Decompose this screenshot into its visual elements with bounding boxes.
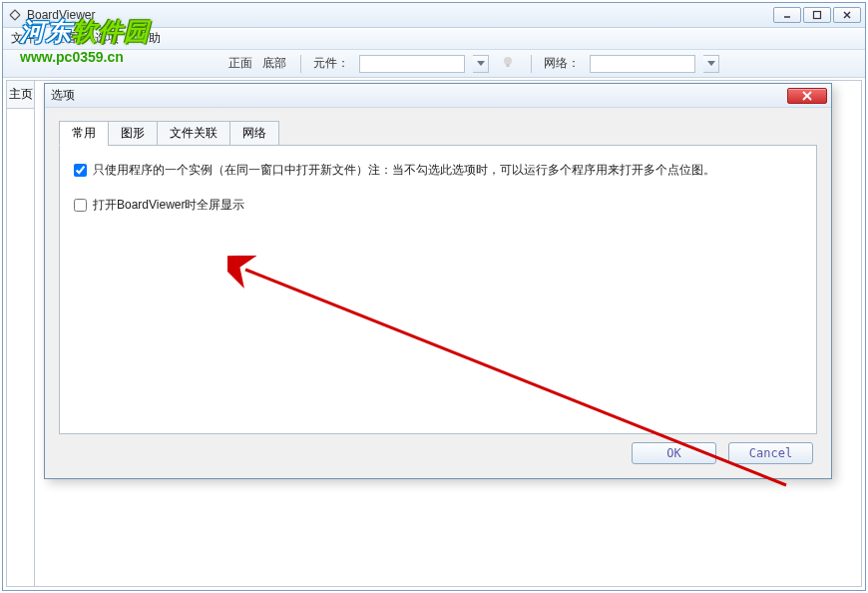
toolbar-front[interactable]: 正面 [228,55,252,72]
dialog-title: 选项 [49,87,787,104]
svg-marker-7 [707,61,715,66]
option-single-instance: 只使用程序的一个实例（在同一窗口中打开新文件）注：当不勾选此选项时，可以运行多个… [74,162,802,179]
label-fullscreen: 打开BoardViewer时全屏显示 [93,197,244,214]
tab-network[interactable]: 网络 [229,121,279,146]
svg-marker-4 [477,61,485,66]
minimize-button[interactable] [773,7,801,23]
dialog-titlebar[interactable]: 选项 [45,84,831,108]
net-label: 网络： [544,55,580,72]
main-window-title: BoardViewer [27,8,773,22]
menu-file[interactable]: 文件 [11,30,35,47]
dialog-footer: OK Cancel [59,434,817,468]
svg-rect-1 [814,12,821,19]
toolbar-separator [300,55,301,73]
window-controls [773,7,861,23]
component-dropdown-icon[interactable] [473,55,489,73]
menu-help[interactable]: 帮助 [137,30,161,47]
menubar: 文件 查看 选项 帮助 [3,28,865,50]
checkbox-single-instance[interactable] [74,164,87,177]
tab-strip: 常用 图形 文件关联 网络 [59,121,817,146]
app-icon [7,7,23,23]
dialog-body: 常用 图形 文件关联 网络 只使用程序的一个实例（在同一窗口中打开新文件）注：当… [45,108,831,478]
label-single-instance: 只使用程序的一个实例（在同一窗口中打开新文件）注：当不勾选此选项时，可以运行多个… [93,162,715,179]
tab-panel-general: 只使用程序的一个实例（在同一窗口中打开新文件）注：当不勾选此选项时，可以运行多个… [59,145,817,434]
component-label: 元件： [313,55,349,72]
option-fullscreen: 打开BoardViewer时全屏显示 [74,197,802,214]
toolbar-bottom[interactable]: 底部 [262,55,286,72]
checkbox-fullscreen[interactable] [74,199,87,212]
toolbar: 正面 底部 元件： 网络： [3,50,865,78]
tab-home[interactable]: 主页 [7,81,34,109]
cancel-button[interactable]: Cancel [728,442,813,464]
svg-rect-6 [507,64,510,67]
menu-options[interactable]: 选项 [95,30,119,47]
main-titlebar: BoardViewer [3,3,865,28]
side-tab-strip: 主页 [6,80,34,587]
tab-general[interactable]: 常用 [59,121,109,146]
tab-file-assoc[interactable]: 文件关联 [157,121,230,146]
svg-point-5 [504,57,512,65]
net-input[interactable] [590,55,695,73]
menu-view[interactable]: 查看 [53,30,77,47]
tab-graphics[interactable]: 图形 [108,121,158,146]
dialog-close-button[interactable] [787,88,827,104]
ok-button[interactable]: OK [632,442,716,464]
net-dropdown-icon[interactable] [703,55,719,73]
component-input[interactable] [359,55,465,73]
toolbar-separator-2 [531,55,532,73]
maximize-button[interactable] [803,7,831,23]
close-button[interactable] [833,7,861,23]
bulb-icon[interactable] [501,55,515,72]
options-dialog: 选项 常用 图形 文件关联 网络 只使用程序的一个实例（在同一窗口中打开新文件）… [44,83,832,479]
